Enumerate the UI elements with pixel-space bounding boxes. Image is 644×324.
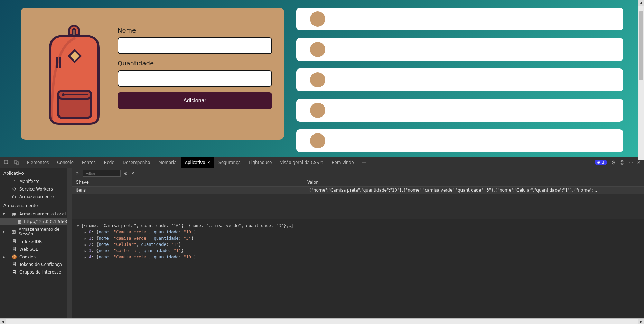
- tab-console[interactable]: Console: [53, 157, 78, 168]
- group-icon: 🗄: [12, 270, 17, 275]
- cell-key: itens: [72, 187, 304, 194]
- app-viewport: Nome Quantidade Adicionar ▲: [0, 0, 644, 157]
- grid-icon: ▦: [12, 229, 16, 234]
- tab-css-overview[interactable]: Visão geral da CSS⚗: [276, 157, 327, 168]
- add-button[interactable]: Adicionar: [118, 92, 272, 109]
- json-entry[interactable]: ▶2: {nome: "Celular", quantidade: "1"}: [77, 241, 639, 248]
- feedback-icon[interactable]: ☺: [619, 160, 625, 165]
- items-list: [296, 8, 623, 157]
- chevron-right-icon: ▶: [3, 230, 5, 233]
- sidebar-item-manifesto[interactable]: 🗋Manifesto: [0, 178, 67, 185]
- nome-label: Nome: [118, 27, 272, 34]
- sidebar-item-websql[interactable]: 🗄Web SQL: [0, 246, 67, 253]
- section-title: Aplicativo: [0, 168, 67, 178]
- storage-empty-rows: [72, 194, 644, 219]
- tab-memoria[interactable]: Memória: [154, 157, 180, 168]
- json-entry[interactable]: ▶4: {nome: "Camisa preta", quantidade: "…: [77, 254, 639, 260]
- backpack-illustration: [31, 21, 118, 129]
- more-icon[interactable]: ⋯: [629, 160, 633, 165]
- scroll-right-icon[interactable]: ▶: [638, 319, 644, 324]
- device-toggle-icon[interactable]: [13, 159, 19, 166]
- json-entry[interactable]: ▶3: {nome: "carteira", quantidade: "1"}: [77, 248, 639, 254]
- sidebar-item-localstorage-origin[interactable]: ▦http://127.0.0.1:5500/: [0, 218, 67, 225]
- gear-icon[interactable]: ⚙: [611, 160, 616, 165]
- json-preview-pane[interactable]: ▼[{nome: "Camisa preta", quantidade: "10…: [72, 219, 644, 318]
- tab-fontes[interactable]: Fontes: [78, 157, 100, 168]
- tab-aplicativo[interactable]: Aplicativo✕: [181, 157, 214, 168]
- storage-row[interactable]: itens [{"nome":"Camisa preta","quantidad…: [72, 187, 644, 194]
- item-badge: [310, 72, 325, 87]
- sidebar-item-serviceworkers[interactable]: ⚙Service Workers: [0, 185, 67, 193]
- page-horizontal-scrollbar[interactable]: ◀ ▶: [0, 318, 644, 324]
- sidebar-item-localstorage[interactable]: ▼▦Armazenamento Local: [0, 210, 67, 218]
- json-entry[interactable]: ▶0: {nome: "Camisa preta", quantidade: "…: [77, 229, 639, 235]
- svg-rect-0: [56, 57, 58, 68]
- list-item: [296, 68, 623, 91]
- storage-table-header: Chave Valor: [72, 178, 644, 187]
- list-item: [296, 99, 623, 122]
- token-icon: 🗄: [12, 262, 17, 267]
- svg-point-5: [62, 93, 65, 96]
- item-badge: [310, 103, 325, 118]
- issues-badge[interactable]: ◉ 3: [595, 160, 607, 165]
- list-item: [296, 38, 623, 61]
- sidebar-item-indexeddb[interactable]: 🗄IndexedDB: [0, 238, 67, 246]
- flask-icon: ⚗: [320, 160, 323, 164]
- list-item: [296, 8, 623, 30]
- tab-lighthouse[interactable]: Lighthouse: [245, 157, 276, 168]
- add-tab-icon[interactable]: +: [358, 159, 370, 166]
- quantidade-label: Quantidade: [118, 59, 272, 67]
- item-badge: [310, 42, 325, 57]
- close-devtools-icon[interactable]: ✕: [637, 160, 641, 165]
- backpack-icon: [41, 22, 107, 129]
- storage-icon: 🗀: [12, 194, 17, 199]
- application-sidebar: Aplicativo 🗋Manifesto ⚙Service Workers 🗀…: [0, 168, 67, 318]
- page-vertical-scrollbar[interactable]: ▲: [638, 0, 644, 157]
- tab-bemvindo[interactable]: Bem-vindo: [327, 157, 358, 168]
- item-badge: [310, 133, 325, 148]
- list-item: [296, 129, 623, 152]
- quantidade-input[interactable]: [118, 70, 272, 87]
- devtools-panel: Elementos Console Fontes Rede Desempenho…: [0, 157, 644, 318]
- refresh-icon[interactable]: ⟳: [76, 171, 79, 176]
- add-item-card: Nome Quantidade Adicionar: [21, 8, 284, 140]
- document-icon: 🗋: [12, 179, 17, 184]
- grid-icon: ▦: [12, 212, 17, 216]
- tab-seguranca[interactable]: Segurança: [214, 157, 245, 168]
- tab-desempenho[interactable]: Desempenho: [119, 157, 155, 168]
- svg-rect-1: [59, 57, 61, 68]
- devtools-tab-bar: Elementos Console Fontes Rede Desempenho…: [0, 157, 644, 168]
- json-entry[interactable]: ▶1: {nome: "camisa verde", quantidade: "…: [77, 235, 639, 241]
- clear-icon[interactable]: ⊘: [124, 171, 128, 176]
- chevron-down-icon: ▼: [3, 212, 5, 216]
- gear-icon: ⚙: [12, 187, 17, 192]
- inspect-icon[interactable]: [3, 159, 10, 166]
- chevron-right-icon: ▶: [3, 255, 5, 259]
- sidebar-item-tokens[interactable]: 🗄Tokens de Confiança: [0, 261, 67, 268]
- filter-input[interactable]: [83, 170, 121, 177]
- header-valor[interactable]: Valor: [304, 178, 644, 186]
- sidebar-item-sessionstorage[interactable]: ▶▦Armazenamento de Sessão: [0, 225, 67, 238]
- cookie-icon: 🍪: [12, 254, 17, 259]
- tab-elementos[interactable]: Elementos: [23, 157, 53, 168]
- sidebar-scrollbar[interactable]: [67, 168, 72, 318]
- delete-icon[interactable]: ✕: [131, 171, 134, 176]
- section-title: Armazenamento: [0, 201, 67, 210]
- item-badge: [310, 11, 325, 27]
- scroll-left-icon[interactable]: ◀: [0, 319, 6, 324]
- storage-toolbar: ⟳ ⊘ ✕: [72, 168, 644, 178]
- cell-value: [{"nome":"Camisa preta","quantidade":"10…: [304, 187, 644, 194]
- sidebar-item-grupos[interactable]: 🗄Grupos de Interesse: [0, 268, 67, 276]
- close-icon[interactable]: ✕: [207, 160, 210, 164]
- tab-rede[interactable]: Rede: [100, 157, 119, 168]
- sidebar-item-cookies[interactable]: ▶🍪Cookies: [0, 253, 67, 261]
- chevron-down-icon[interactable]: ▼: [77, 224, 81, 229]
- grid-icon: ▦: [17, 219, 21, 224]
- sidebar-item-armazenamento[interactable]: 🗀Armazenamento: [0, 193, 67, 201]
- database-icon: 🗄: [12, 239, 17, 244]
- database-icon: 🗄: [12, 247, 17, 252]
- header-chave[interactable]: Chave: [72, 178, 304, 186]
- nome-input[interactable]: [118, 37, 272, 54]
